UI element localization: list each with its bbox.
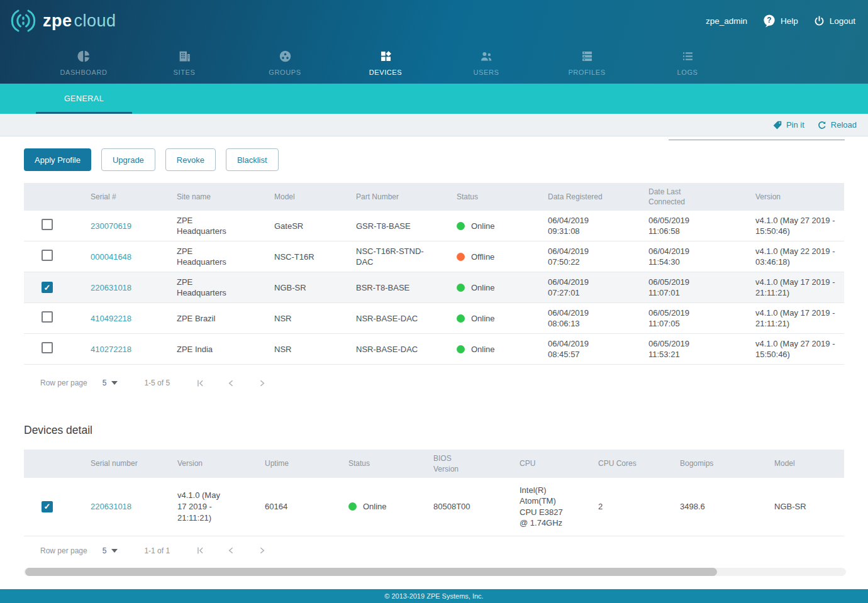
status-dot: [457, 345, 465, 353]
nav-item-groups[interactable]: GROUPS: [235, 41, 335, 84]
status-dot: [457, 222, 465, 230]
devices-detail-title: Devices detail: [24, 424, 868, 437]
table-row: 410272218 ZPE India NSR NSR-BASE-DAC Onl…: [24, 334, 844, 365]
col-site: Site name: [167, 188, 264, 206]
devices-icon: [379, 50, 392, 63]
nav-item-logs[interactable]: LOGS: [637, 41, 738, 84]
table-row: 220631018 ZPE Headquarters NGB-SR BSR-T8…: [24, 272, 844, 303]
horizontal-scrollbar-track[interactable]: [24, 568, 846, 576]
prev-page-button[interactable]: [226, 545, 236, 556]
logs-icon: [681, 50, 694, 63]
rows-per-page-label: Row per page: [40, 546, 87, 555]
nav-item-devices[interactable]: DEVICES: [335, 41, 436, 84]
help-link[interactable]: ? Help: [762, 14, 798, 28]
building-icon: [178, 50, 191, 63]
tab-general[interactable]: GENERAL: [33, 84, 135, 114]
col-model: Model: [764, 455, 844, 472]
status-dot: [457, 314, 465, 323]
col-status: Status: [338, 455, 423, 472]
status-label: Online: [471, 221, 495, 232]
col-cpu: CPU: [509, 455, 588, 472]
horizontal-scrollbar-thumb[interactable]: [25, 568, 717, 576]
serial-link[interactable]: 410272218: [91, 345, 131, 354]
revoke-button[interactable]: Revoke: [165, 148, 216, 171]
table-row: 220631018 v4.1.0 (May 17 2019 - 21:11:21…: [24, 478, 844, 536]
prev-page-button[interactable]: [226, 378, 236, 389]
serial-link[interactable]: 230070619: [91, 221, 131, 231]
devices-table-pagination: Row per page 5 1-5 of 5: [0, 365, 868, 401]
brand-name: zpecloud: [43, 11, 116, 31]
groups-icon: [279, 50, 292, 63]
users-icon: [479, 50, 493, 63]
apply-profile-button[interactable]: Apply Profile: [24, 148, 91, 171]
status-dot: [457, 253, 465, 261]
rows-per-page-select[interactable]: 5: [103, 379, 118, 387]
col-status: Status: [447, 188, 538, 206]
col-serial: Serial #: [81, 188, 167, 206]
caret-down-icon: [111, 549, 118, 553]
serial-link[interactable]: 410492218: [91, 314, 131, 323]
main-nav: DASHBOARD SITES GROUPS: [0, 41, 868, 84]
devices-detail-table: Serial number Version Uptime Status BIOS…: [24, 450, 844, 536]
next-page-button[interactable]: [257, 545, 267, 556]
bulk-actions: Apply Profile Upgrade Revoke Blacklist: [0, 136, 868, 171]
power-icon: [813, 15, 825, 27]
status-label: Online: [471, 282, 495, 294]
col-serial-number: Serial number: [81, 455, 153, 472]
brand-logo: zpecloud: [9, 8, 116, 34]
section-subnav: GENERAL: [0, 84, 868, 114]
blacklist-button[interactable]: Blacklist: [226, 148, 279, 171]
row-checkbox[interactable]: [42, 219, 53, 230]
col-version: Version: [745, 188, 844, 206]
col-bogomips: Bogomips: [670, 455, 764, 472]
page-range-label: 1-5 of 5: [144, 379, 170, 387]
row-checkbox[interactable]: [42, 282, 53, 293]
detail-table-header: Serial number Version Uptime Status BIOS…: [24, 450, 844, 477]
status-dot: [348, 502, 357, 511]
first-page-button[interactable]: [195, 545, 206, 556]
page-range-label: 1-1 of 1: [144, 546, 170, 555]
page-footer: © 2013-2019 ZPE Systems, Inc.: [0, 589, 868, 603]
next-page-button[interactable]: [257, 378, 267, 389]
serial-link[interactable]: 000041648: [91, 252, 131, 262]
rows-per-page-label: Row per page: [40, 379, 87, 387]
nav-item-profiles[interactable]: PROFILES: [537, 41, 637, 84]
upgrade-button[interactable]: Upgrade: [101, 148, 155, 171]
col-version: Version: [167, 455, 255, 472]
devices-table-header: Serial # Site name Model Part Number Sta…: [24, 183, 844, 211]
table-filter-input[interactable]: [669, 124, 845, 140]
col-bios: BIOS Version: [423, 450, 484, 477]
row-checkbox[interactable]: [42, 311, 53, 323]
col-connected: Date Last Connected: [638, 183, 719, 211]
col-model: Model: [264, 188, 346, 206]
row-checkbox[interactable]: [42, 250, 53, 261]
serial-link[interactable]: 220631018: [91, 502, 131, 511]
status-dot: [457, 284, 465, 292]
row-checkbox[interactable]: [42, 342, 53, 353]
col-part: Part Number: [346, 188, 447, 206]
status-label: Online: [363, 501, 387, 512]
rows-per-page-select[interactable]: 5: [103, 546, 118, 555]
first-page-button[interactable]: [195, 378, 206, 389]
page-header: zpecloud zpe_admin ? Help: [0, 0, 868, 84]
table-row: 410492218 ZPE Brazil NSR NSR-BASE-DAC On…: [24, 303, 844, 334]
copyright-text: © 2013-2019 ZPE Systems, Inc.: [384, 592, 483, 600]
nav-item-sites[interactable]: SITES: [134, 41, 235, 84]
col-registered: Data Registered: [538, 188, 618, 206]
profiles-icon: [581, 50, 594, 63]
col-uptime: Uptime: [255, 455, 338, 472]
row-checkbox[interactable]: [42, 501, 53, 512]
status-label: Offline: [471, 252, 494, 263]
caret-down-icon: [111, 381, 118, 385]
username[interactable]: zpe_admin: [706, 16, 747, 26]
status-label: Online: [471, 313, 495, 324]
nav-item-users[interactable]: USERS: [436, 41, 537, 84]
table-row: 230070619 ZPE Headquarters GateSR GSR-T8…: [24, 211, 844, 241]
logout-link[interactable]: Logout: [813, 15, 855, 27]
help-icon: ?: [762, 14, 776, 28]
serial-link[interactable]: 220631018: [91, 283, 131, 292]
svg-text:?: ?: [767, 16, 771, 25]
status-label: Online: [471, 344, 495, 355]
nav-item-dashboard[interactable]: DASHBOARD: [33, 41, 134, 84]
devices-table: Serial # Site name Model Part Number Sta…: [24, 183, 844, 365]
